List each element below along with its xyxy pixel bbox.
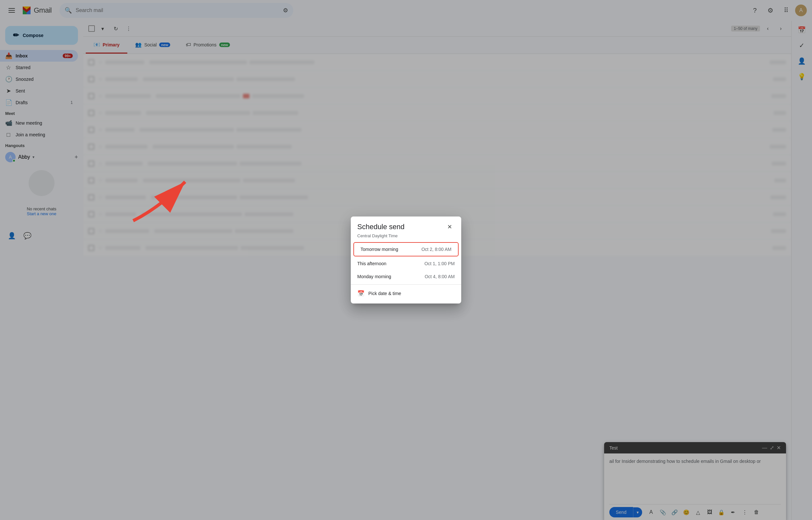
schedule-option-monday-morning-time: Oct 4, 8:00 AM bbox=[425, 274, 455, 279]
dialog-close-button[interactable]: ✕ bbox=[444, 222, 455, 232]
calendar-icon: 📅 bbox=[357, 290, 364, 297]
schedule-option-this-afternoon-label: This afternoon bbox=[357, 261, 386, 266]
schedule-option-monday-morning[interactable]: Monday morning Oct 4, 8:00 AM bbox=[351, 270, 461, 283]
schedule-option-this-afternoon[interactable]: This afternoon Oct 1, 1:00 PM bbox=[351, 257, 461, 270]
schedule-option-highlighted-wrapper: Tomorrow morning Oct 2, 8:00 AM bbox=[353, 242, 459, 256]
schedule-option-tomorrow-morning-time: Oct 2, 8:00 AM bbox=[421, 247, 452, 252]
schedule-dialog: Schedule send ✕ Central Daylight Time To… bbox=[351, 216, 461, 304]
pick-date-label: Pick date & time bbox=[368, 291, 401, 296]
dialog-divider bbox=[351, 284, 461, 285]
schedule-option-tomorrow-morning-label: Tomorrow morning bbox=[360, 247, 398, 252]
schedule-option-monday-morning-label: Monday morning bbox=[357, 274, 391, 279]
dialog-header: Schedule send ✕ bbox=[351, 216, 461, 233]
dialog-subtitle: Central Daylight Time bbox=[351, 233, 461, 242]
schedule-option-tomorrow-morning[interactable]: Tomorrow morning Oct 2, 8:00 AM bbox=[354, 243, 458, 256]
pick-date-button[interactable]: 📅 Pick date & time bbox=[351, 286, 461, 301]
schedule-option-this-afternoon-time: Oct 1, 1:00 PM bbox=[425, 261, 455, 266]
dialog-title: Schedule send bbox=[357, 223, 405, 231]
